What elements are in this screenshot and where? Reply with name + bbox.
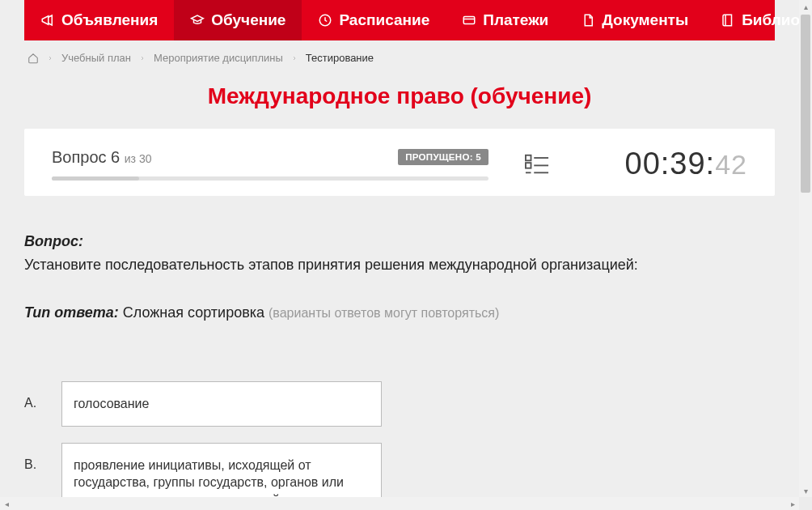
skipped-badge: ПРОПУЩЕНО: 5: [398, 149, 488, 165]
nav-schedule[interactable]: Расписание: [302, 0, 446, 40]
progress-bar: [52, 176, 488, 181]
megaphone-icon: [40, 13, 55, 28]
nav-payments[interactable]: Платежи: [446, 0, 565, 40]
horizontal-scrollbar[interactable]: ◂ ▸: [0, 497, 799, 510]
progress-card: Вопрос 6 из 30 ПРОПУЩЕНО: 5 00:39:42: [24, 129, 775, 196]
vertical-scrollbar[interactable]: ▴ ▾: [799, 0, 812, 497]
book-icon: [721, 13, 735, 28]
svg-rect-4: [526, 163, 531, 168]
nav-announcements[interactable]: Объявления: [24, 0, 174, 40]
nav-label: Платежи: [483, 11, 548, 29]
option-row: A. голосование: [24, 381, 775, 427]
option-letter: A.: [24, 381, 50, 410]
nav-documents[interactable]: Документы: [565, 0, 704, 40]
chevron-right-icon: [139, 55, 146, 62]
nav-label: Обучение: [211, 11, 285, 29]
option-box[interactable]: голосование: [61, 381, 382, 427]
scroll-down-icon[interactable]: ▾: [799, 484, 812, 497]
answer-type: Тип ответа: Сложная сортировка (варианты…: [24, 304, 775, 321]
chevron-right-icon: [291, 55, 298, 62]
nav-label: Библиотека: [742, 11, 799, 29]
chevron-right-icon: [47, 55, 53, 62]
option-box[interactable]: проявление инициативы, исходящей от госу…: [61, 443, 382, 497]
svg-rect-2: [526, 155, 531, 160]
nav-learning[interactable]: Обучение: [174, 0, 302, 40]
page-title: Международное право (обучение): [0, 75, 799, 129]
card-icon: [462, 13, 476, 28]
breadcrumb: Учебный план Мероприятие дисциплины Тест…: [0, 40, 799, 75]
document-icon: [581, 13, 595, 28]
option-letter: B.: [24, 443, 50, 472]
breadcrumb-link[interactable]: Мероприятие дисциплины: [154, 52, 283, 64]
top-nav: Объявления Обучение Расписание Платежи Д…: [24, 0, 775, 40]
nav-label: Расписание: [339, 11, 429, 29]
home-icon[interactable]: [27, 53, 39, 64]
svg-rect-1: [463, 17, 475, 24]
breadcrumb-current: Тестирование: [306, 52, 374, 64]
scroll-corner: [799, 497, 812, 510]
option-row: B. проявление инициативы, исходящей от г…: [24, 443, 775, 497]
question-list-icon[interactable]: [525, 154, 549, 175]
nav-label: Объявления: [61, 11, 158, 29]
graduation-cap-icon: [190, 13, 205, 28]
scroll-left-icon[interactable]: ◂: [0, 497, 13, 510]
question-heading: Вопрос:: [24, 233, 775, 250]
scroll-right-icon[interactable]: ▸: [786, 497, 799, 510]
scroll-thumb[interactable]: [801, 15, 810, 193]
question-counter: Вопрос 6 из 30: [52, 148, 152, 167]
question-text: Установите последовательность этапов при…: [24, 255, 775, 275]
breadcrumb-link[interactable]: Учебный план: [61, 52, 131, 64]
options-list: A. голосование B. проявление инициативы,…: [24, 381, 775, 497]
clock-icon: [318, 13, 332, 28]
nav-label: Документы: [602, 11, 688, 29]
timer: 00:39:42: [625, 147, 747, 181]
nav-library[interactable]: Библиотека: [704, 0, 799, 40]
scroll-up-icon[interactable]: ▴: [799, 0, 812, 13]
